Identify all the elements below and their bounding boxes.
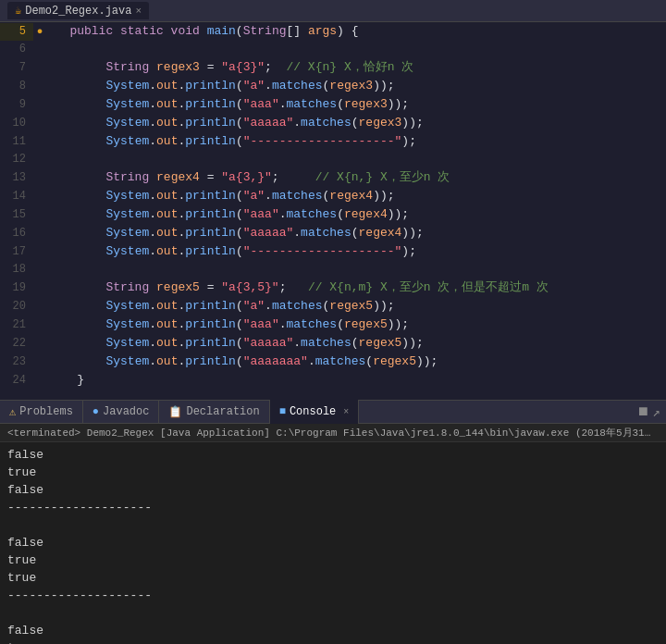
line-number-12: 12 (0, 151, 33, 168)
line-code-14: System.out.println("a".matches(regex4)); (46, 187, 666, 204)
console-line-9: -------------------- (7, 587, 659, 604)
code-line-13: 13 String regex4 = "a{3,}"; // X{n,} X，至… (0, 168, 666, 187)
code-editor: 5 ● public static void main(String[] arg… (0, 22, 666, 400)
line-code-7: String regex3 = "a{3}"; // X{n} X，恰好n 次 (46, 58, 666, 76)
line-code-5: public static void main(String[] args) { (46, 22, 666, 40)
code-line-5: 5 ● public static void main(String[] arg… (0, 22, 666, 41)
line-code-20: System.out.println("a".matches(regex5)); (46, 297, 666, 315)
console-header: <terminated> Demo2_Regex [Java Applicati… (0, 424, 666, 442)
console-line-3: false (7, 481, 659, 499)
console-line-8: true (7, 569, 659, 587)
code-line-11: 11 System.out.println("-----------------… (0, 132, 666, 151)
terminate-icon[interactable]: ⏹ (636, 404, 649, 419)
line-code-22: System.out.println("aaaaa".matches(regex… (46, 334, 666, 352)
line-code-24: } (46, 371, 666, 389)
line-number-18: 18 (0, 261, 33, 279)
line-code-21: System.out.println("aaa".matches(regex5)… (46, 316, 666, 333)
code-line-15: 15 System.out.println("aaa".matches(rege… (0, 205, 666, 224)
console-icon: ■ (279, 405, 286, 418)
line-code-8: System.out.println("a".matches(regex3)); (46, 77, 666, 94)
line-code-23: System.out.println("aaaaaaa".matches(reg… (46, 353, 666, 370)
tabs-right-controls: ⏹ ↗ (636, 404, 666, 420)
title-bar: ☕ Demo2_Regex.java × (0, 0, 666, 22)
line-number-16: 16 (0, 225, 33, 242)
tab-declaration[interactable]: 📋 Declaration (159, 400, 269, 424)
line-number-14: 14 (0, 188, 33, 205)
line-code-10: System.out.println("aaaaa".matches(regex… (46, 114, 666, 131)
line-number-8: 8 (0, 78, 33, 95)
console-line-10 (7, 604, 659, 622)
tab-javadoc[interactable]: ● Javadoc (83, 400, 160, 424)
open-console-icon[interactable]: ↗ (653, 404, 660, 420)
file-icon: ☕ (15, 4, 21, 18)
close-tab-icon[interactable]: × (135, 6, 142, 17)
tab-problems[interactable]: ⚠ Problems (0, 400, 83, 424)
problems-icon: ⚠ (9, 405, 16, 419)
line-code-13: String regex4 = "a{3,}"; // X{n,} X，至少n … (46, 168, 666, 186)
file-tab[interactable]: ☕ Demo2_Regex.java × (7, 2, 149, 19)
line-code-17: System.out.println("--------------------… (46, 242, 666, 260)
line-number-13: 13 (0, 169, 33, 187)
code-line-16: 16 System.out.println("aaaaa".matches(re… (0, 224, 666, 242)
code-line-7: 7 String regex3 = "a{3}"; // X{n} X，恰好n … (0, 58, 666, 77)
line-number-6: 6 (0, 41, 33, 58)
code-line-20: 20 System.out.println("a".matches(regex5… (0, 297, 666, 316)
code-line-21: 21 System.out.println("aaa".matches(rege… (0, 316, 666, 334)
tab-declaration-label: Declaration (186, 405, 259, 418)
console-line-6: false (7, 534, 659, 551)
console-line-1: false (7, 446, 659, 464)
code-line-24: 24 } (0, 371, 666, 390)
tab-console[interactable]: ■ Console × (270, 400, 360, 424)
close-console-icon[interactable]: × (343, 407, 349, 417)
console-line-12: true (7, 639, 659, 644)
code-line-18: 18 (0, 261, 666, 279)
tab-problems-label: Problems (19, 405, 73, 418)
console-line-4: -------------------- (7, 499, 659, 516)
console-line-7: true (7, 551, 659, 569)
line-number-22: 22 (0, 335, 33, 353)
console-line-5 (7, 516, 659, 534)
code-line-10: 10 System.out.println("aaaaa".matches(re… (0, 114, 666, 132)
bottom-tabs-bar: ⚠ Problems ● Javadoc 📋 Declaration ■ Con… (0, 400, 666, 424)
javadoc-icon: ● (92, 405, 99, 418)
console-area: <terminated> Demo2_Regex [Java Applicati… (0, 424, 666, 644)
line-number-10: 10 (0, 115, 33, 132)
code-line-9: 9 System.out.println("aaa".matches(regex… (0, 95, 666, 114)
line-code-16: System.out.println("aaaaa".matches(regex… (46, 224, 666, 242)
file-name: Demo2_Regex.java (25, 5, 131, 18)
code-line-23: 23 System.out.println("aaaaaaa".matches(… (0, 353, 666, 371)
line-number-23: 23 (0, 353, 33, 371)
code-line-8: 8 System.out.println("a".matches(regex3)… (0, 77, 666, 95)
line-number-24: 24 (0, 372, 33, 390)
code-line-6: 6 (0, 41, 666, 58)
line-number-9: 9 (0, 96, 33, 114)
tab-javadoc-label: Javadoc (103, 405, 149, 418)
breakpoint-5: ● (33, 23, 46, 41)
console-line-11: false (7, 622, 659, 639)
code-line-17: 17 System.out.println("-----------------… (0, 242, 666, 261)
line-code-19: String regex5 = "a{3,5}"; // X{n,m} X，至少… (46, 279, 666, 296)
console-output: false true false -------------------- fa… (0, 442, 666, 644)
line-code-9: System.out.println("aaa".matches(regex3)… (46, 95, 666, 113)
code-line-19: 19 String regex5 = "a{3,5}"; // X{n,m} X… (0, 279, 666, 297)
tab-console-label: Console (290, 405, 336, 418)
declaration-icon: 📋 (168, 405, 182, 419)
code-line-14: 14 System.out.println("a".matches(regex4… (0, 187, 666, 205)
line-number-21: 21 (0, 316, 33, 334)
line-number-19: 19 (0, 279, 33, 297)
line-number-5: 5 (0, 23, 33, 41)
code-line-22: 22 System.out.println("aaaaa".matches(re… (0, 334, 666, 353)
line-number-7: 7 (0, 59, 33, 77)
line-code-15: System.out.println("aaa".matches(regex4)… (46, 205, 666, 223)
console-line-2: true (7, 464, 659, 481)
line-code-11: System.out.println("--------------------… (46, 132, 666, 150)
line-number-17: 17 (0, 243, 33, 261)
line-number-15: 15 (0, 206, 33, 224)
line-number-20: 20 (0, 298, 33, 316)
code-line-12: 12 (0, 151, 666, 168)
line-number-11: 11 (0, 133, 33, 151)
